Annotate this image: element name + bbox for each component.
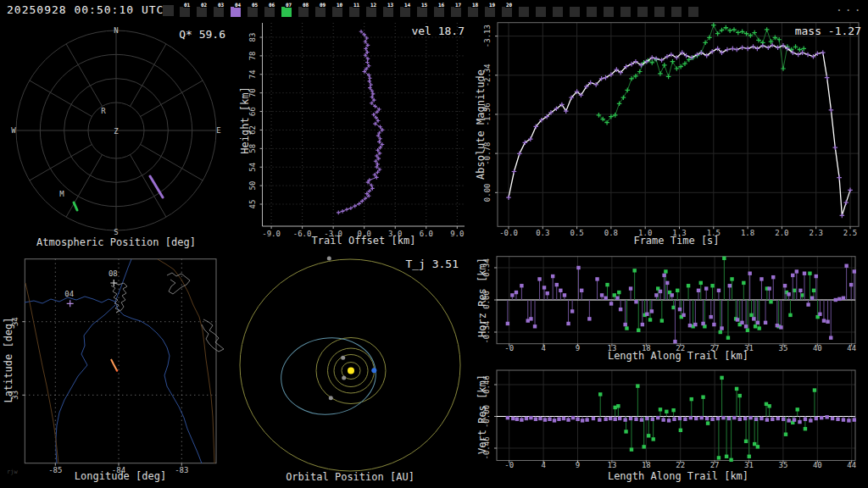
- svg-text:Z: Z: [114, 127, 119, 136]
- svg-text:35: 35: [778, 344, 787, 352]
- svg-text:9: 9: [576, 344, 580, 352]
- svg-text:-3.13: -3.13: [483, 25, 492, 47]
- svg-text:2.3: 2.3: [810, 229, 823, 237]
- svg-text:04: 04: [64, 290, 74, 298]
- svg-text:08: 08: [108, 269, 118, 278]
- vert-res-xaxis-label: Length Along Trail [km]: [593, 470, 763, 482]
- svg-text:40: 40: [813, 461, 822, 469]
- svg-text:R: R: [101, 107, 106, 115]
- watermark: rjw: [7, 469, 18, 475]
- svg-text:44: 44: [847, 461, 856, 469]
- svg-text:40: 40: [813, 344, 822, 352]
- svg-text:54: 54: [248, 163, 257, 172]
- tisserand-badge: T_j 3.51: [326, 258, 459, 270]
- svg-text:83: 83: [248, 33, 257, 42]
- svg-text:9.0: 9.0: [450, 230, 464, 238]
- magnitude-yaxis-label: Absolute Magnitude: [475, 69, 487, 180]
- svg-text:31: 31: [744, 461, 754, 469]
- svg-text:-0.0: -0.0: [499, 229, 518, 237]
- svg-text:0.3: 0.3: [536, 229, 549, 237]
- svg-text:0.5: 0.5: [570, 229, 583, 237]
- orbital-title: Orbital Position [AU]: [265, 471, 435, 483]
- mass-badge: mass -1.27: [729, 25, 861, 37]
- svg-text:35: 35: [778, 461, 787, 469]
- svg-text:E: E: [216, 126, 220, 135]
- trail-xaxis-label: Trail Offset [km]: [279, 235, 448, 247]
- svg-text:M: M: [59, 190, 64, 198]
- svg-text:18: 18: [642, 461, 651, 469]
- vert-res-yaxis-label: Vert Res [km]: [476, 374, 488, 454]
- magnitude-xaxis-label: Frame Time [s]: [592, 235, 761, 247]
- svg-text:78: 78: [248, 51, 257, 60]
- svg-text:-0: -0: [504, 461, 514, 469]
- svg-text:0.00: 0.00: [483, 183, 492, 202]
- horz-res-xaxis-label: Length Along Trail [km]: [593, 350, 763, 362]
- svg-text:9: 9: [576, 461, 580, 469]
- svg-text:50: 50: [248, 181, 257, 191]
- svg-text:4: 4: [541, 461, 545, 469]
- map-xaxis-label: Longitude [deg]: [39, 470, 202, 482]
- svg-text:27: 27: [710, 461, 720, 469]
- trail-yaxis-label: Height [km]: [239, 86, 251, 153]
- velocity-badge: vel 18.7: [339, 25, 465, 37]
- svg-text:-0: -0: [504, 344, 514, 352]
- atmospheric-title: Atmospheric Position [deg]: [31, 236, 201, 248]
- svg-text:22: 22: [676, 461, 685, 469]
- fireball-dashboard: 20250928 00:50:10 UTC 010203040506070809…: [0, 0, 868, 488]
- map-yaxis-label: Latitude [deg]: [3, 317, 14, 402]
- svg-text:44: 44: [847, 344, 856, 352]
- horz-res-yaxis-label: Horz Res [km]: [476, 258, 488, 337]
- svg-text:S: S: [114, 228, 118, 236]
- svg-text:2.0: 2.0: [775, 229, 788, 237]
- svg-text:4: 4: [541, 344, 545, 352]
- svg-text:-9.0: -9.0: [262, 230, 281, 238]
- q-star-badge: Q* 59.6: [102, 28, 225, 41]
- svg-text:2.5: 2.5: [843, 229, 857, 237]
- svg-text:74: 74: [248, 69, 257, 79]
- svg-text:W: W: [11, 126, 16, 135]
- svg-text:45: 45: [248, 200, 257, 209]
- svg-text:13: 13: [607, 461, 616, 469]
